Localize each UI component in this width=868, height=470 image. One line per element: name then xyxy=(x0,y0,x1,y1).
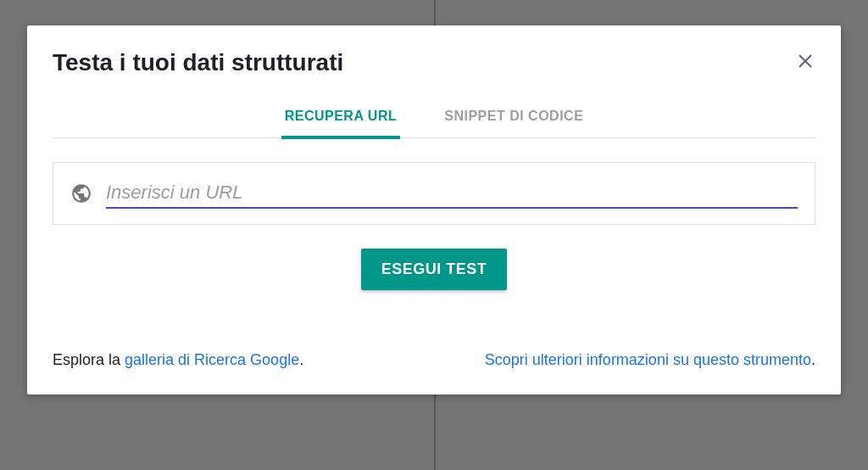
close-icon[interactable] xyxy=(795,51,815,71)
footer-left-prefix: Esplora la xyxy=(53,351,125,368)
globe-icon xyxy=(70,182,92,204)
learn-more-link[interactable]: Scopri ulteriori informazioni su questo … xyxy=(485,351,811,368)
tabs: RECUPERA URL SNIPPET DI CODICE xyxy=(53,97,815,138)
url-input[interactable] xyxy=(106,178,798,209)
tab-fetch-url[interactable]: RECUPERA URL xyxy=(281,97,401,139)
footer-left-suffix: . xyxy=(299,351,303,368)
run-test-button[interactable]: ESEGUI TEST xyxy=(361,249,508,290)
footer-right-suffix: . xyxy=(811,351,815,368)
tab-code-snippet[interactable]: SNIPPET DI CODICE xyxy=(441,97,587,139)
dialog-title: Testa i tuoi dati strutturati xyxy=(53,49,343,76)
dialog-header: Testa i tuoi dati strutturati xyxy=(53,49,815,76)
structured-data-dialog: Testa i tuoi dati strutturati RECUPERA U… xyxy=(27,25,841,394)
gallery-link[interactable]: galleria di Ricerca Google xyxy=(125,351,299,368)
footer-links: Esplora la galleria di Ricerca Google. S… xyxy=(53,351,815,369)
footer-left: Esplora la galleria di Ricerca Google. xyxy=(53,351,303,369)
footer-right: Scopri ulteriori informazioni su questo … xyxy=(485,351,815,369)
action-row: ESEGUI TEST xyxy=(53,249,815,290)
url-input-container xyxy=(53,162,815,225)
